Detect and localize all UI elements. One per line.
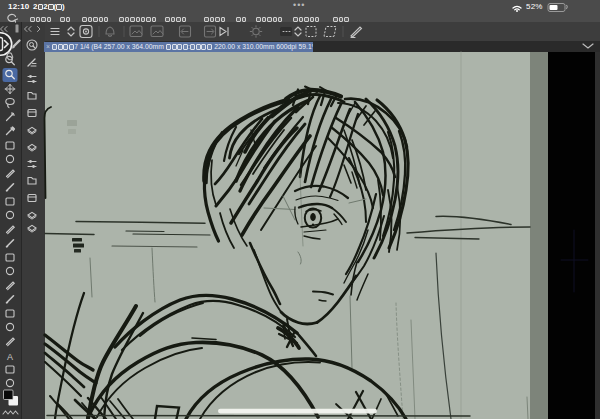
- svg-text:A: A: [7, 352, 13, 362]
